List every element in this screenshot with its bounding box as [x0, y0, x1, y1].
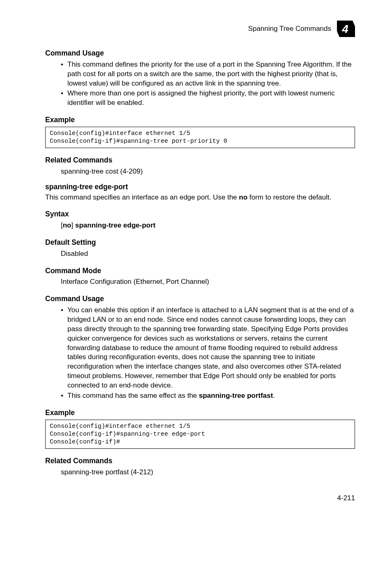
edge-port-desc-suffix: form to restore the default. [247, 193, 331, 201]
heading-example-1: Example [45, 115, 355, 125]
command-usage-2-list: You can enable this option if an interfa… [45, 306, 355, 401]
svg-text:4: 4 [341, 23, 348, 35]
heading-command-usage-2: Command Usage [45, 294, 355, 304]
heading-related-2: Related Commands [45, 456, 355, 466]
heading-command-usage-1: Command Usage [45, 49, 355, 58]
syntax-bold-cmd: spanning-tree edge-port [75, 221, 156, 229]
edge-port-desc-bold: no [239, 193, 248, 201]
command-mode-text: Interface Configuration (Ethernet, Port … [45, 277, 355, 287]
list-item: This command defines the priority for th… [61, 60, 355, 88]
chapter-badge-icon: 4 [337, 21, 355, 37]
page-number: 4-211 [45, 494, 355, 503]
header-section-title: Spanning Tree Commands [248, 24, 331, 34]
code-example-1: Console(config)#interface ethernet 1/5 C… [45, 127, 355, 148]
list-item: This command has the same effect as the … [61, 391, 355, 401]
syntax-mid: ] [71, 221, 75, 229]
heading-example-2: Example [45, 408, 355, 418]
list-item: Where more than one port is assigned the… [61, 89, 355, 108]
related-1-text: spanning-tree cost (4-209) [45, 167, 355, 176]
code-example-2: Console(config)#interface ethernet 1/5 C… [45, 420, 355, 449]
syntax-line: [no] spanning-tree edge-port [45, 221, 355, 230]
edge-port-desc-prefix: This command specifies an interface as a… [45, 193, 239, 201]
heading-syntax: Syntax [45, 209, 355, 219]
bullet2-suffix: . [273, 392, 275, 399]
command-usage-1-list: This command defines the priority for th… [45, 60, 355, 108]
bullet2-bold: spanning-tree portfast [199, 392, 273, 399]
list-item: You can enable this option if an interfa… [61, 306, 355, 390]
default-setting-text: Disabled [45, 249, 355, 259]
syntax-bold-no: no [63, 221, 71, 229]
heading-edge-port: spanning-tree edge-port [45, 182, 355, 192]
bullet2-prefix: This command has the same effect as the [67, 392, 199, 399]
heading-related-1: Related Commands [45, 156, 355, 165]
heading-default-setting: Default Setting [45, 238, 355, 248]
edge-port-desc: This command specifies an interface as a… [45, 193, 355, 202]
related-2-text: spanning-tree portfast (4-212) [45, 468, 355, 477]
page-header: Spanning Tree Commands 4 [45, 21, 355, 37]
heading-command-mode: Command Mode [45, 266, 355, 276]
